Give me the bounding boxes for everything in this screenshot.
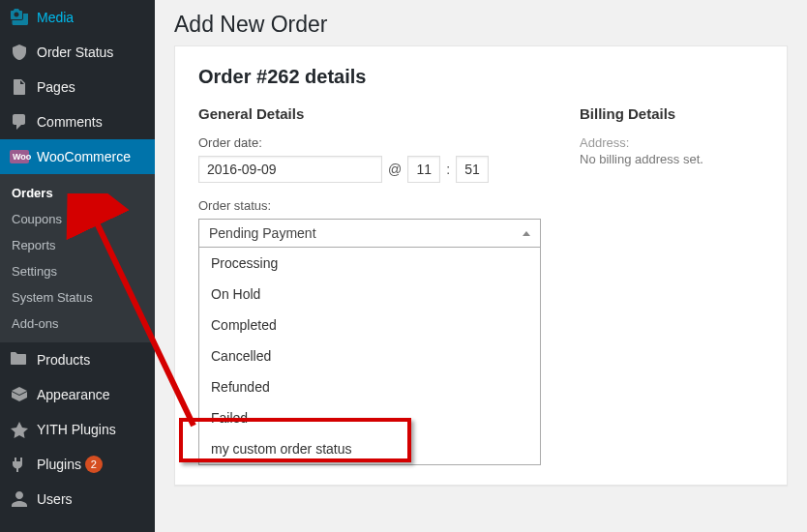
order-minute-input[interactable] xyxy=(456,156,489,183)
time-colon: : xyxy=(446,162,450,177)
submenu-addons[interactable]: Add-ons xyxy=(0,310,155,337)
status-option[interactable]: Refunded xyxy=(199,371,540,402)
pages-icon xyxy=(10,77,29,97)
general-details-column: General Details Order date: @ : Order st… xyxy=(198,105,541,465)
order-card: Order #262 details General Details Order… xyxy=(174,45,788,486)
admin-sidebar: Media Order Status Pages Comments Woo Wo… xyxy=(0,0,155,532)
plugins-icon xyxy=(10,455,29,474)
sidebar-item-appearance[interactable]: Appearance xyxy=(0,377,155,412)
sidebar-item-plugins[interactable]: Plugins 2 xyxy=(0,447,155,482)
woocommerce-icon: Woo xyxy=(10,147,29,166)
billing-details-column: Billing Details Address: No billing addr… xyxy=(580,105,763,465)
sidebar-item-media[interactable]: Media xyxy=(0,0,155,35)
submenu-system-status[interactable]: System Status xyxy=(0,284,155,310)
order-status-select[interactable]: Pending Payment xyxy=(198,219,541,248)
order-status-dropdown[interactable]: Processing On Hold Completed Cancelled R… xyxy=(198,248,541,465)
sidebar-label: Products xyxy=(37,352,90,368)
status-icon xyxy=(10,43,29,62)
sidebar-label: Pages xyxy=(37,79,75,95)
submenu-orders[interactable]: Orders xyxy=(0,180,155,206)
order-status-label: Order status: xyxy=(198,198,541,213)
yith-icon xyxy=(10,420,29,439)
status-option[interactable]: Completed xyxy=(199,310,540,340)
at-symbol: @ xyxy=(388,162,402,177)
appearance-icon xyxy=(10,385,29,404)
comments-icon xyxy=(10,112,29,132)
products-icon xyxy=(10,350,29,369)
page-title: Add New Order xyxy=(174,0,788,45)
main-content: Add New Order Order #262 details General… xyxy=(155,0,807,532)
address-none: No billing address set. xyxy=(580,152,763,166)
woocommerce-submenu: Orders Coupons Reports Settings System S… xyxy=(0,174,155,342)
sidebar-label: Appearance xyxy=(37,387,110,402)
status-option[interactable]: Failed xyxy=(199,402,540,433)
status-option-custom[interactable]: my custom order status xyxy=(199,433,540,464)
order-hour-input[interactable] xyxy=(407,156,440,183)
sidebar-label: Comments xyxy=(37,114,103,130)
sidebar-item-comments[interactable]: Comments xyxy=(0,104,155,139)
media-icon xyxy=(10,8,29,27)
submenu-reports[interactable]: Reports xyxy=(0,232,155,258)
plugin-update-count: 2 xyxy=(85,456,103,473)
sidebar-label: YITH Plugins xyxy=(37,422,116,437)
sidebar-item-order-status[interactable]: Order Status xyxy=(0,35,155,70)
sidebar-label: Plugins xyxy=(37,457,81,472)
status-option[interactable]: Processing xyxy=(199,248,540,279)
sidebar-item-users[interactable]: Users xyxy=(0,482,155,517)
sidebar-label: Media xyxy=(37,10,74,25)
billing-heading: Billing Details xyxy=(580,105,763,122)
order-status-selected: Pending Payment xyxy=(209,225,316,241)
sidebar-label: Order Status xyxy=(37,44,113,60)
sidebar-label: Users xyxy=(37,491,73,507)
order-date-label: Order date: xyxy=(198,135,541,150)
address-label: Address: xyxy=(580,135,763,150)
submenu-settings[interactable]: Settings xyxy=(0,258,155,284)
order-heading: Order #262 details xyxy=(198,66,763,88)
users-icon xyxy=(10,489,29,509)
general-heading: General Details xyxy=(198,105,541,122)
sidebar-item-yith[interactable]: YITH Plugins xyxy=(0,412,155,447)
sidebar-label: WooCommerce xyxy=(37,149,131,164)
status-option[interactable]: Cancelled xyxy=(199,340,540,371)
sidebar-item-pages[interactable]: Pages xyxy=(0,70,155,104)
submenu-coupons[interactable]: Coupons xyxy=(0,206,155,232)
status-option[interactable]: On Hold xyxy=(199,279,540,310)
order-date-input[interactable] xyxy=(198,156,382,183)
chevron-up-icon xyxy=(523,231,530,236)
sidebar-item-woocommerce[interactable]: Woo WooCommerce xyxy=(0,139,155,174)
sidebar-item-products[interactable]: Products xyxy=(0,342,155,377)
